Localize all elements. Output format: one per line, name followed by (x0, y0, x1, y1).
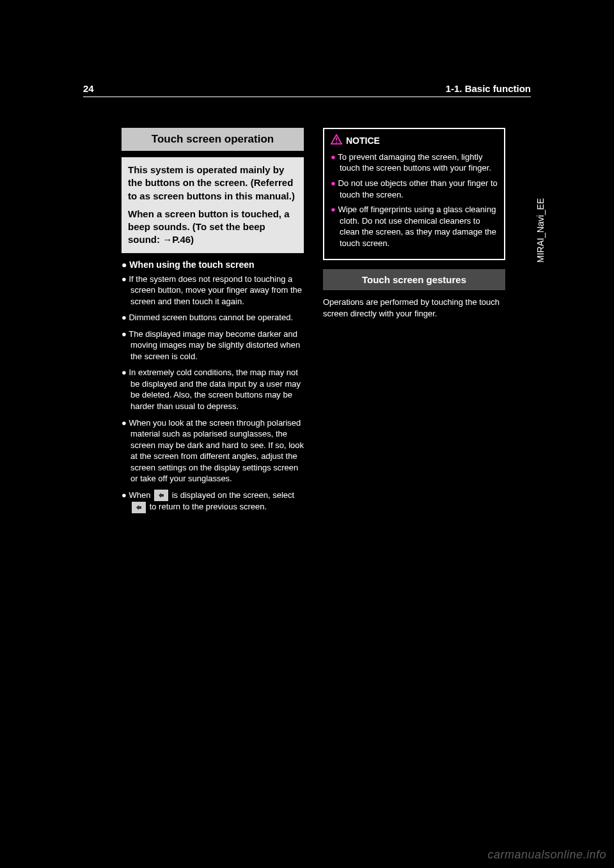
back-arrow-icon (154, 490, 168, 501)
watermark: carmanualsonline.info (487, 848, 606, 862)
list-item-text: When (129, 490, 153, 500)
back-arrow-icon (132, 502, 146, 513)
chapter-title: 1-1. Basic function (446, 83, 531, 94)
notice-bullet-list: To prevent damaging the screen, lightly … (331, 151, 498, 249)
list-item: The displayed image may become darker an… (122, 329, 304, 362)
side-tab-label: MIRAI_Navi_EE (531, 147, 550, 313)
svg-rect-1 (336, 142, 337, 143)
list-item: Wipe off fingerprints using a glass clea… (331, 204, 498, 249)
section-heading: Touch screen gestures (323, 269, 505, 290)
svg-rect-0 (336, 137, 337, 140)
gestures-text: Operations are performed by touching the… (323, 297, 505, 319)
warning-icon (331, 134, 342, 148)
list-item: Do not use objects other than your finge… (331, 178, 498, 200)
notice-box: NOTICE To prevent damaging the screen, l… (323, 128, 505, 260)
bullet-list: If the system does not respond to touchi… (122, 274, 304, 513)
list-item: Dimmed screen buttons cannot be operated… (122, 312, 304, 323)
list-item: In extremely cold conditions, the map ma… (122, 367, 304, 412)
gestures-paragraph: Operations are performed by touching the… (323, 297, 505, 319)
content-columns: Touch screen operation This system is op… (122, 128, 505, 518)
list-item: If the system does not respond to touchi… (122, 274, 304, 307)
subheading: When using the touch screen (122, 260, 304, 270)
manual-page: 24 1-1. Basic function MIRAI_Navi_EE Tou… (83, 83, 531, 785)
left-column: Touch screen operation This system is op… (122, 128, 304, 518)
intro-paragraph: When a screen button is touched, a beep … (128, 208, 297, 247)
notice-title: NOTICE (331, 134, 498, 148)
list-item-with-icons: When is displayed on the screen, select … (122, 490, 304, 513)
list-item-text: is displayed on the screen, select (172, 490, 295, 500)
page-header: 24 1-1. Basic function (83, 83, 531, 97)
section-heading: Touch screen operation (122, 128, 304, 151)
list-item: To prevent damaging the screen, lightly … (331, 151, 498, 174)
intro-box: This system is operated mainly by the bu… (122, 157, 304, 253)
intro-paragraph: This system is operated mainly by the bu… (128, 164, 297, 203)
list-item: When you look at the screen through pola… (122, 417, 304, 484)
page-number: 24 (83, 83, 94, 94)
right-column: NOTICE To prevent damaging the screen, l… (323, 128, 505, 518)
list-item-text: to return to the previous screen. (150, 502, 267, 511)
notice-title-text: NOTICE (346, 135, 380, 147)
